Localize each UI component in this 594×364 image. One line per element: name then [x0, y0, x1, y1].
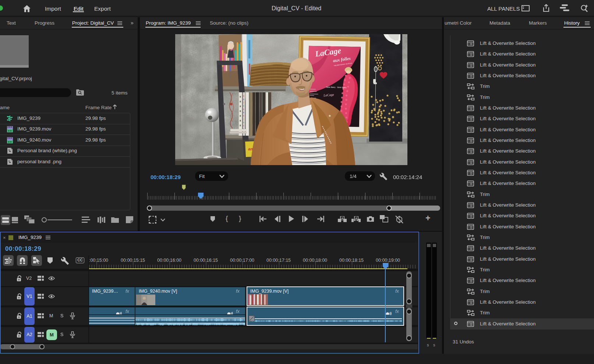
svg-text:Gene Barry: Gene Barry [337, 86, 347, 88]
svg-text:Gene Barry: Gene Barry [326, 86, 336, 88]
